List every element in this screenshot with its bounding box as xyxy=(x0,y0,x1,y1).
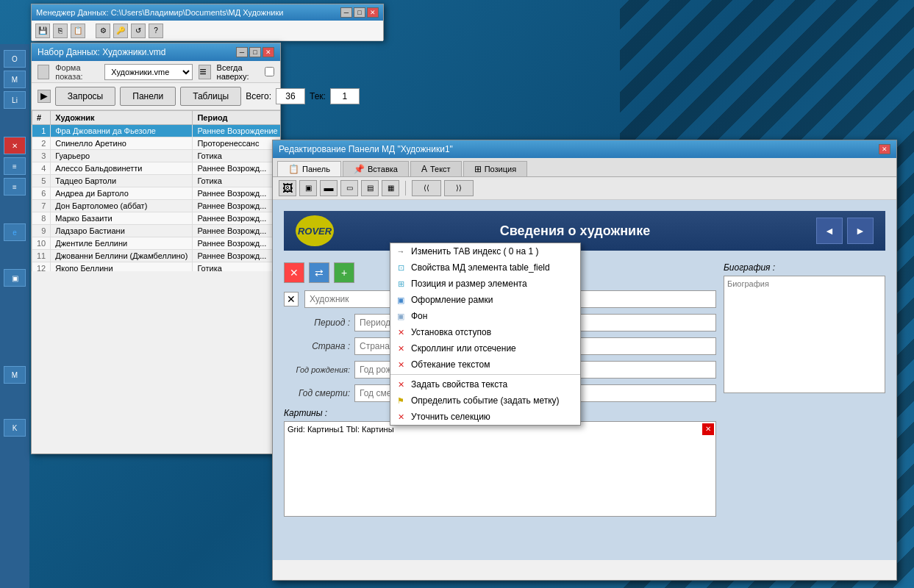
table-row[interactable]: 12 Якопо Беллини Готика xyxy=(32,262,281,272)
panels-button[interactable]: Панели xyxy=(120,87,176,106)
total-input[interactable] xyxy=(276,88,305,104)
tab-panel-label: Панель xyxy=(302,165,330,173)
db-manager-min[interactable]: ─ xyxy=(340,7,352,18)
form-settings-icon[interactable]: ≡ xyxy=(199,65,210,79)
cm-item-bg[interactable]: ▣ Фон xyxy=(390,308,580,324)
biography-textarea[interactable] xyxy=(724,276,885,393)
pt-image1[interactable]: 🖼 xyxy=(279,180,296,196)
rover-header: ROVER Сведения о художнике ◄ ► xyxy=(284,211,885,251)
sidebar-icon-kon[interactable]: K xyxy=(4,419,26,437)
pt-image5[interactable]: ▤ xyxy=(361,180,379,196)
sidebar-icon-4[interactable]: ≡ xyxy=(4,157,26,175)
sidebar-icon-x[interactable]: ✕ xyxy=(4,137,26,154)
row-artist: Ладзаро Бастиани xyxy=(51,225,193,237)
table-row[interactable]: 5 Тадцео Бартоли Готика xyxy=(32,175,281,187)
sidebar-icon-mat[interactable]: M xyxy=(4,366,26,384)
table-row[interactable]: 7 Дон Бартоломео (аббат) Раннее Возрожд.… xyxy=(32,200,281,212)
cm-item-scroll[interactable]: ✕ Скроллинг или отсечение xyxy=(390,340,580,356)
help-icon[interactable]: ? xyxy=(149,24,163,38)
pt-image6[interactable]: ▦ xyxy=(382,180,399,196)
cm-item-tab-index[interactable]: → Изменить ТАВ индекс ( 0 на 1 ) xyxy=(390,243,580,259)
panel-editor-close[interactable]: ✕ xyxy=(879,144,890,154)
text-input[interactable] xyxy=(330,88,360,104)
table-row[interactable]: 11 Джованни Беллини (Джамбеллино) Раннее… xyxy=(32,250,281,262)
cm-label-event: Определить событие (задать метку) xyxy=(411,395,560,406)
pt-nav2[interactable]: ⟩⟩ xyxy=(444,180,474,196)
form-label: Форма показа: xyxy=(55,63,99,81)
row-num: 3 xyxy=(32,150,51,162)
cm-item-wrap[interactable]: ✕ Обтекание текстом xyxy=(390,356,580,373)
sidebar-icon-6[interactable]: ▣ xyxy=(4,269,26,287)
form-delete-btn[interactable]: ✕ xyxy=(284,262,304,283)
form-nav-btn[interactable]: ⇄ xyxy=(309,262,329,283)
table-row[interactable]: 6 Андреа ди Бартоло Раннее Возрожд... xyxy=(32,187,281,200)
tab-insert[interactable]: 📌 Вставка xyxy=(343,161,409,176)
artist-checkbox[interactable]: ✕ xyxy=(284,292,299,306)
panel-editor-titlebar: Редактирование Панели МД "Художники1" ✕ xyxy=(273,140,896,158)
dataset-save-icon[interactable] xyxy=(38,65,49,79)
cm-icon-bg: ▣ xyxy=(395,310,407,322)
db-manager-max[interactable]: □ xyxy=(354,7,365,18)
tab-insert-icon: 📌 xyxy=(354,164,365,174)
cm-item-properties[interactable]: ⊡ Свойства МД элемента table_field xyxy=(390,259,580,276)
table-row[interactable]: 8 Марко Базаити Раннее Возрожд... xyxy=(32,212,281,225)
count-section: Всего: Тек: xyxy=(246,88,360,104)
row-period: Раннее Возрожд... xyxy=(193,225,280,237)
refresh-icon[interactable]: ↺ xyxy=(131,24,146,38)
pt-nav1[interactable]: ⟨⟨ xyxy=(412,180,441,196)
panel-canvas: ROVER Сведения о художнике ◄ ► ✕ ⇄ + ✕ xyxy=(273,200,896,560)
tab-text[interactable]: A Текст xyxy=(410,161,462,176)
db-manager-close[interactable]: ✕ xyxy=(367,7,379,18)
rover-nav-fwd[interactable]: ► xyxy=(847,218,874,244)
save-icon[interactable]: 💾 xyxy=(35,24,50,38)
db-manager-controls: ─ □ ✕ xyxy=(340,7,379,18)
table-row[interactable]: 1 Фра Джованни да Фьезоле Раннее Возрожд… xyxy=(32,125,281,137)
key-icon[interactable]: 🔑 xyxy=(113,24,128,38)
table-row[interactable]: 2 Спинелло Аретино Проторенессанс xyxy=(32,137,281,150)
queries-button[interactable]: Запросы xyxy=(55,87,115,106)
row-num: 6 xyxy=(32,187,51,200)
table-row[interactable]: 9 Ладзаро Бастиани Раннее Возрожд... xyxy=(32,225,281,237)
pt-image4[interactable]: ▭ xyxy=(340,180,358,196)
col-period: Период xyxy=(193,111,280,125)
tab-position-label: Позиция xyxy=(485,165,517,173)
cm-item-position[interactable]: ⊞ Позиция и размер элемента xyxy=(390,276,580,292)
paintings-close-btn[interactable]: ✕ xyxy=(702,423,714,435)
dataset-max[interactable]: □ xyxy=(249,47,261,57)
dataset-close[interactable]: ✕ xyxy=(263,47,274,57)
cm-label-refine: Уточнить селекцию xyxy=(411,412,490,422)
sidebar-icon-li[interactable]: Li xyxy=(4,91,26,109)
cm-item-padding[interactable]: ✕ Установка отступов xyxy=(390,324,580,340)
form-select[interactable]: Художники.vme xyxy=(104,64,193,80)
settings-icon[interactable]: ⚙ xyxy=(96,24,110,38)
copy-icon[interactable]: ⎘ xyxy=(53,24,68,38)
pt-image2[interactable]: ▣ xyxy=(299,180,317,196)
cm-item-event[interactable]: ⚑ Определить событие (задать метку) xyxy=(390,392,580,409)
form-add-btn[interactable]: + xyxy=(334,262,354,283)
rover-nav-back[interactable]: ◄ xyxy=(816,218,843,244)
cm-icon-position: ⊞ xyxy=(395,278,407,290)
cm-label-padding: Установка отступов xyxy=(411,327,491,337)
table-row[interactable]: 4 Алессо Бальдовинетти Раннее Возрожд... xyxy=(32,162,281,175)
cm-item-refine[interactable]: ✕ Уточнить селекцию xyxy=(390,409,580,425)
tab-panel[interactable]: 📋 Панель xyxy=(277,161,341,176)
tab-position[interactable]: ⊞ Позиция xyxy=(463,161,528,176)
dataset-min[interactable]: ─ xyxy=(236,47,248,57)
row-num: 2 xyxy=(32,137,51,150)
sidebar-icon-e[interactable]: e xyxy=(4,223,26,241)
table-row[interactable]: 10 Джентиле Беллини Раннее Возрожд... xyxy=(32,237,281,250)
nav-arrow-icon[interactable]: ► xyxy=(38,90,51,103)
paste-icon[interactable]: 📋 xyxy=(71,24,85,38)
tables-button[interactable]: Таблицы xyxy=(180,87,241,106)
table-row[interactable]: 3 Гуарьеро Готика xyxy=(32,150,281,162)
cm-item-border[interactable]: ▣ Оформление рамки xyxy=(390,292,580,308)
pt-image3[interactable]: ▬ xyxy=(320,180,338,196)
paintings-grid-text: Grid: Картины1 Tbl: Картины xyxy=(288,425,394,434)
sidebar-icon-2[interactable]: M xyxy=(4,71,26,88)
panel-editor-title: Редактирование Панели МД "Художники1" xyxy=(279,144,453,154)
always-on-top-checkbox[interactable] xyxy=(265,67,274,76)
cm-icon-padding: ✕ xyxy=(395,326,407,338)
sidebar-icon-1[interactable]: O xyxy=(4,50,26,68)
sidebar-icon-5[interactable]: ≡ xyxy=(4,178,26,196)
cm-item-text-props[interactable]: ✕ Задать свойства текста xyxy=(390,376,580,392)
